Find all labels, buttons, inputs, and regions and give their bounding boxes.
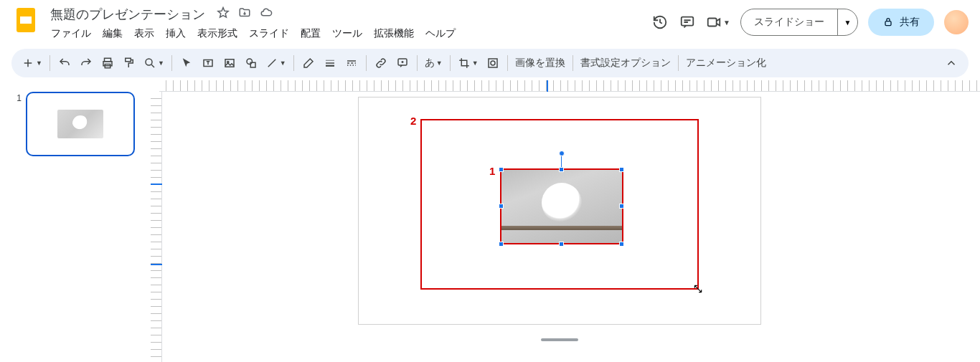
account-avatar[interactable] [944, 10, 969, 34]
slide-panel: 1 [0, 80, 151, 362]
svg-rect-0 [682, 17, 694, 26]
menu-bar: ファイル 編集 表示 挿入 表示形式 スライド 配置 ツール 拡張機能 ヘルプ [46, 24, 651, 43]
input-method-button[interactable]: あ▼ [422, 53, 446, 73]
doc-title[interactable]: 無題のプレゼンテーション [46, 4, 209, 24]
annotation-label-1: 1 [489, 165, 495, 177]
menu-insert[interactable]: 挿入 [161, 24, 191, 43]
vertical-ruler[interactable] [151, 92, 162, 362]
share-button[interactable]: 共有 [868, 9, 934, 36]
paint-format-button[interactable] [119, 53, 139, 73]
slide-number: 1 [11, 92, 22, 103]
shape-tool[interactable] [241, 53, 261, 73]
textbox-tool[interactable] [198, 53, 218, 73]
resize-handle-se[interactable] [619, 242, 624, 247]
toolbar: ▼ ▼ ▼ あ▼ ▼ 画像を置換 書式設定オプション アニメーション化 [11, 49, 969, 77]
svg-rect-6 [126, 58, 131, 62]
replace-image-button[interactable]: 画像を置換 [512, 53, 568, 73]
menu-arrange[interactable]: 配置 [296, 24, 326, 43]
thumbnail-image [57, 110, 103, 138]
svg-rect-1 [708, 19, 717, 27]
slides-logo[interactable] [11, 6, 40, 34]
crop-button[interactable]: ▼ [455, 53, 481, 73]
annotation-label-2: 2 [410, 115, 416, 127]
resize-handle-s[interactable] [559, 242, 564, 247]
meet-icon[interactable]: ▼ [706, 14, 730, 30]
mask-button[interactable] [483, 53, 503, 73]
resize-handle-w[interactable] [499, 204, 504, 209]
horizontal-ruler[interactable] [159, 80, 980, 92]
border-dash-button[interactable] [341, 53, 362, 73]
comment-button[interactable] [392, 53, 413, 73]
resize-handle-e[interactable] [619, 204, 624, 209]
page-indicator[interactable] [541, 338, 578, 341]
format-options-button[interactable]: 書式設定オプション [578, 53, 674, 73]
menu-format[interactable]: 表示形式 [192, 24, 242, 43]
collapse-toolbar-button[interactable] [941, 53, 961, 73]
cloud-status-icon[interactable] [260, 6, 273, 22]
menu-help[interactable]: ヘルプ [420, 24, 461, 43]
selected-image[interactable] [501, 169, 623, 244]
canvas-area[interactable]: 2 1 [151, 80, 980, 362]
slideshow-dropdown[interactable]: ▼ [837, 9, 857, 35]
undo-button[interactable] [55, 53, 75, 73]
svg-rect-14 [489, 59, 497, 67]
image-tool[interactable] [220, 53, 240, 73]
move-folder-icon[interactable] [238, 6, 251, 22]
rotation-handle[interactable] [559, 151, 565, 156]
select-tool[interactable] [176, 53, 197, 73]
resize-handle-n[interactable] [559, 167, 564, 172]
new-slide-button[interactable]: ▼ [19, 53, 45, 73]
star-icon[interactable] [217, 6, 230, 22]
menu-edit[interactable]: 編集 [98, 24, 128, 43]
svg-point-15 [491, 61, 495, 65]
menu-tools[interactable]: ツール [327, 24, 367, 43]
menu-slide[interactable]: スライド [244, 24, 294, 43]
link-button[interactable] [371, 53, 391, 73]
menu-file[interactable]: ファイル [46, 24, 96, 43]
resize-handle-sw[interactable] [499, 242, 504, 247]
menu-view[interactable]: 表示 [129, 24, 159, 43]
slide-thumbnail-1[interactable] [26, 92, 135, 156]
line-tool[interactable]: ▼ [263, 53, 289, 73]
print-button[interactable] [98, 53, 118, 73]
svg-point-7 [146, 59, 152, 65]
slideshow-label[interactable]: スライドショー [741, 9, 837, 35]
redo-button[interactable] [76, 53, 96, 73]
svg-point-11 [247, 59, 253, 65]
resize-handle-ne[interactable] [619, 167, 624, 172]
menu-extensions[interactable]: 拡張機能 [369, 24, 419, 43]
comments-icon[interactable] [679, 14, 696, 31]
resize-cursor-icon [693, 284, 703, 294]
animation-button[interactable]: アニメーション化 [683, 53, 769, 73]
border-color-button[interactable] [298, 53, 319, 73]
zoom-button[interactable]: ▼ [141, 53, 167, 73]
share-label: 共有 [900, 16, 920, 29]
svg-rect-2 [885, 22, 891, 26]
slideshow-button[interactable]: スライドショー ▼ [740, 9, 858, 36]
svg-rect-9 [225, 59, 234, 67]
history-icon[interactable] [651, 14, 669, 31]
resize-handle-nw[interactable] [499, 167, 504, 172]
border-weight-button[interactable] [320, 53, 340, 73]
